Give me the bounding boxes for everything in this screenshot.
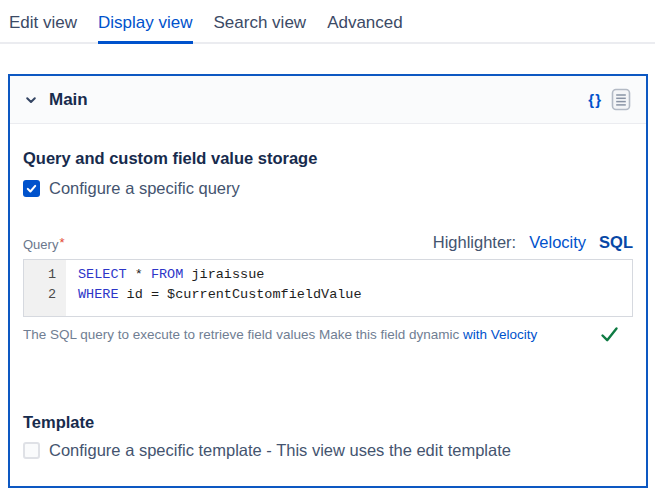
configure-template-checkbox-row[interactable]: Configure a specific template - This vie… (23, 441, 633, 460)
template-section: Template Configure a specific template -… (23, 413, 633, 460)
query-help-row: The SQL query to execute to retrieve fie… (23, 326, 633, 343)
query-field-label: Query* (23, 237, 64, 252)
configure-query-checkbox-label: Configure a specific query (49, 179, 240, 198)
tab-advanced[interactable]: Advanced (327, 13, 403, 44)
configure-query-checkbox-row[interactable]: Configure a specific query (23, 179, 633, 198)
valid-check-icon (600, 326, 619, 343)
highlighter-caption: Highlighter: (433, 233, 516, 252)
editor-line-numbers: 12 (24, 260, 66, 316)
query-help-text: The SQL query to execute to retrieve fie… (23, 327, 537, 342)
tab-display-view[interactable]: Display view (98, 13, 192, 44)
with-velocity-link[interactable]: with Velocity (463, 327, 537, 342)
chevron-down-icon[interactable] (24, 93, 38, 107)
query-section-heading: Query and custom field value storage (23, 149, 633, 168)
template-section-heading: Template (23, 413, 633, 432)
query-field-row: Query* Highlighter: Velocity SQL (23, 233, 633, 252)
tab-search-view[interactable]: Search view (214, 13, 307, 44)
tab-edit-view[interactable]: Edit view (9, 13, 77, 44)
highlighter-option-velocity[interactable]: Velocity (529, 233, 586, 252)
required-asterisk: * (59, 235, 64, 250)
query-code-editor[interactable]: 12 SELECT * FROM jiraissueWHERE id = $cu… (23, 259, 633, 317)
highlighter-switcher: Highlighter: Velocity SQL (433, 233, 633, 252)
main-panel-header[interactable]: Main {} (10, 76, 646, 124)
configure-template-checkbox[interactable] (23, 442, 40, 459)
editor-code-area[interactable]: SELECT * FROM jiraissueWHERE id = $curre… (66, 260, 632, 316)
notes-document-icon[interactable] (611, 88, 631, 111)
panel-title: Main (49, 90, 88, 110)
panel-body: Query and custom field value storage Con… (10, 124, 646, 486)
view-tab-bar: Edit view Display view Search view Advan… (0, 0, 655, 44)
panel-header-icons: {} (588, 88, 631, 111)
configure-query-checkbox[interactable] (23, 180, 40, 197)
highlighter-option-sql[interactable]: SQL (599, 233, 633, 252)
braces-json-icon[interactable]: {} (588, 91, 602, 108)
main-panel: Main {} Query and custom field value sto… (8, 74, 648, 488)
configure-template-checkbox-label: Configure a specific template - This vie… (49, 441, 511, 460)
